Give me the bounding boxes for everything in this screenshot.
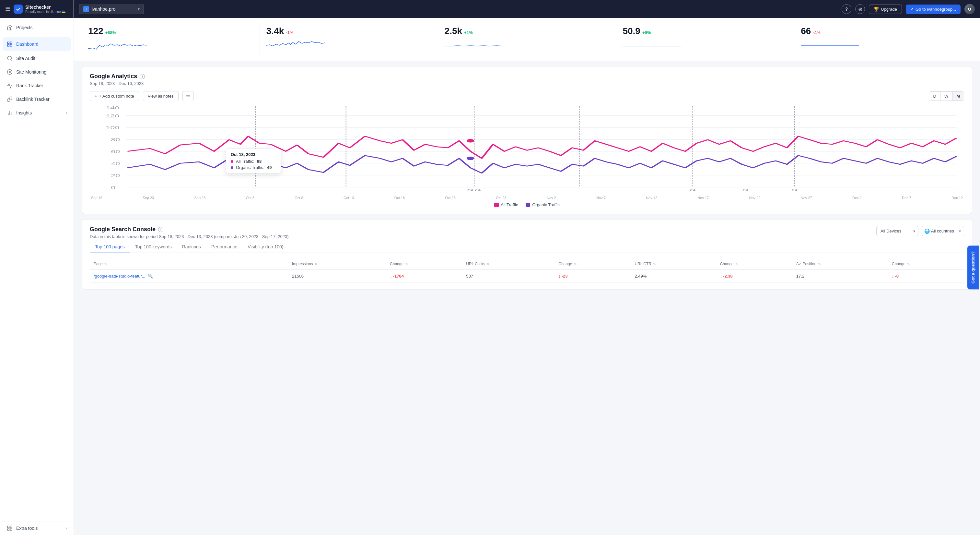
metric-sparkline-1	[266, 39, 431, 53]
topbar-actions: ? ⊕ 🏆 Upgrade ↗ Go to ivanhoegroup... U	[842, 4, 975, 14]
xaxis-label-7: Oct 23	[445, 196, 455, 200]
metric-sparkline-4	[801, 39, 966, 53]
arrow-down-icon-2	[558, 274, 561, 279]
time-btn-m[interactable]: M	[953, 92, 964, 100]
country-select[interactable]: All countries	[922, 226, 964, 236]
xaxis-label-14: Nov 27	[801, 196, 812, 200]
sort-icon-clicks-change[interactable]: ⇅	[574, 262, 576, 266]
gsc-info-icon[interactable]: i	[158, 227, 163, 232]
sort-icon-clicks[interactable]: ⇅	[487, 262, 489, 266]
dashboard-icon	[6, 41, 13, 47]
notes-toolbar: + + Add custom note View all notes 👁 D W…	[90, 91, 964, 101]
sidebar-item-backlink[interactable]: Backlink Tracker	[0, 92, 73, 106]
sidebar-item-extra-tools[interactable]: Extra tools ›	[0, 521, 73, 535]
view-all-notes-button[interactable]: View all notes	[143, 91, 178, 101]
svg-text:80: 80	[111, 138, 120, 142]
main-content: 122 +88% 3.4k -1%	[74, 18, 980, 535]
sort-icon-pos-change[interactable]: ⇅	[907, 262, 910, 266]
svg-text:100: 100	[106, 126, 119, 130]
add-custom-note-button[interactable]: + + Add custom note	[90, 91, 139, 101]
sort-icon-ctr-change[interactable]: ⇅	[735, 262, 738, 266]
legend-all-traffic: All Traffic	[494, 202, 518, 207]
svg-point-4	[8, 56, 11, 60]
table-row: /google-data-studio-featur... 🔍 21506 -1…	[90, 270, 964, 283]
avatar[interactable]: U	[964, 4, 975, 14]
tab-visibility[interactable]: Visibility (top 100)	[242, 241, 288, 253]
eye-button[interactable]: 👁	[183, 91, 194, 101]
home-icon	[6, 24, 13, 31]
gsc-title: Google Search Console	[90, 226, 156, 233]
search-icon[interactable]: 🔍	[148, 274, 153, 279]
sidebar-item-monitoring[interactable]: Site Monitoring	[0, 65, 73, 79]
sidebar-item-rank-tracker[interactable]: Rank Tracker	[0, 79, 73, 92]
sidebar-item-label: Site Monitoring	[16, 69, 46, 75]
goto-button[interactable]: ↗ Go to ivanhoegroup...	[906, 5, 961, 14]
sort-icon-impressions[interactable]: ⇅	[315, 262, 317, 266]
page-link[interactable]: /google-data-studio-featur...	[94, 274, 145, 279]
svg-text:40: 40	[111, 161, 120, 166]
sort-icon-av-pos[interactable]: ⇅	[818, 262, 821, 266]
xaxis-label-15: Dec 2	[852, 196, 862, 200]
time-btn-d[interactable]: D	[929, 92, 940, 100]
svg-rect-1	[10, 42, 12, 43]
metric-card-0: 122 +88%	[82, 23, 260, 56]
device-select[interactable]: All Devices	[876, 226, 918, 236]
chart-svg: 0 20 40 60 80 100 120 140	[90, 106, 964, 191]
help-button[interactable]: ?	[842, 4, 851, 14]
col-impressions: Impressions ⇅	[288, 258, 386, 270]
sort-icon-imp-change[interactable]: ⇅	[406, 262, 408, 266]
svg-point-6	[8, 70, 12, 75]
svg-text:120: 120	[106, 114, 119, 118]
sort-icon-page[interactable]: ⇅	[104, 262, 107, 266]
gsc-date-range: Data in this table is shown for period S…	[90, 234, 289, 239]
ga-title: Google Analytics	[90, 73, 137, 80]
sidebar-item-dashboard[interactable]: Dashboard	[3, 37, 71, 51]
sidebar-item-insights[interactable]: Insights ›	[0, 106, 73, 119]
sidebar-header: ☰ Sitechecker Proudly made in Ukraine 🇺🇦	[0, 0, 73, 18]
legend-organic: Organic Traffic	[526, 202, 559, 207]
hamburger-icon[interactable]: ☰	[5, 5, 10, 13]
xaxis-label-16: Dec 7	[902, 196, 911, 200]
tab-top-pages[interactable]: Top 100 pages	[90, 241, 130, 253]
svg-line-5	[11, 59, 12, 60]
ga-info-icon[interactable]: i	[140, 74, 145, 79]
upgrade-button[interactable]: 🏆 Upgrade	[869, 5, 902, 14]
nav-section: Projects Dashboard Site Audit Site Monit…	[0, 18, 73, 122]
cell-page: /google-data-studio-featur... 🔍	[90, 270, 288, 283]
tab-rankings[interactable]: Rankings	[177, 241, 206, 253]
add-user-button[interactable]: ⊕	[855, 4, 865, 14]
col-ctr-change: Change ⇅	[716, 258, 792, 270]
time-buttons: D W M	[929, 91, 964, 101]
sidebar-item-label: Insights	[16, 110, 32, 115]
xaxis-label-1: Sep 23	[143, 196, 154, 200]
svg-text:G: G	[743, 189, 749, 191]
audit-icon	[6, 55, 13, 62]
chart-container: 0 20 40 60 80 100 120 140	[90, 106, 964, 191]
metric-value-4: 66 -4%	[801, 26, 966, 36]
domain-icon: i	[83, 6, 89, 12]
arrow-down-icon-3	[720, 274, 722, 279]
sidebar-item-label: Site Audit	[16, 56, 35, 61]
xaxis-label-4: Oct 8	[294, 196, 303, 200]
imp-change-value: -1784	[390, 274, 458, 279]
sidebar-item-projects[interactable]: Projects	[0, 21, 73, 34]
got-question-button[interactable]: Got a question?	[967, 246, 979, 290]
domain-selector[interactable]: i ivanhoe.pro ▾	[79, 4, 144, 14]
tab-performance[interactable]: Performance	[206, 241, 242, 253]
svg-text:0: 0	[111, 185, 115, 189]
gsc-table: Page ⇅ Impressions ⇅ Change ⇅ URL Clic	[90, 258, 964, 283]
metric-value-0: 122 +88%	[88, 26, 253, 36]
time-btn-w[interactable]: W	[940, 92, 953, 100]
ga-header-row: Google Analytics i Sep 18, 2023 - Dec 16…	[90, 73, 964, 86]
topbar: i ivanhoe.pro ▾ ? ⊕ 🏆 Upgrade ↗ Go to iv…	[74, 0, 980, 18]
tab-top-keywords[interactable]: Top 100 keywords	[130, 241, 177, 253]
pos-change-value: -8	[892, 274, 960, 279]
svg-rect-14	[10, 529, 12, 530]
metric-card-3: 50.9 +9%	[616, 23, 794, 56]
svg-point-37	[467, 157, 474, 160]
logo-area: Sitechecker Proudly made in Ukraine 🇺🇦	[14, 5, 65, 14]
xaxis-label-2: Sep 28	[194, 196, 205, 200]
svg-text:G: G	[467, 189, 474, 191]
sort-icon-ctr[interactable]: ⇅	[653, 262, 655, 266]
sidebar-item-site-audit[interactable]: Site Audit	[0, 51, 73, 65]
